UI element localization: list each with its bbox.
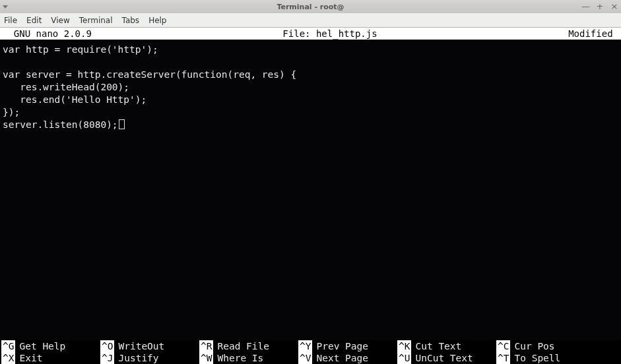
- nano-version: GNU nano 2.0.9: [3, 28, 92, 39]
- code-line: server.listen(8080);: [3, 119, 118, 130]
- nano-file-label: File: hel_http.js: [92, 28, 568, 39]
- window-title: Terminal - root@: [0, 3, 621, 11]
- shortcut-to-spell[interactable]: ^TTo Spell: [496, 352, 595, 364]
- shortcut-read-file[interactable]: ^RRead File: [199, 340, 298, 352]
- menu-view[interactable]: View: [51, 16, 69, 25]
- menu-edit[interactable]: Edit: [26, 16, 42, 25]
- shortcut-cur-pos[interactable]: ^CCur Pos: [496, 340, 595, 352]
- code-line: res.writeHead(200);: [3, 82, 129, 92]
- code-line: });: [3, 107, 20, 117]
- shortcut-writeout[interactable]: ^OWriteOut: [100, 340, 199, 352]
- shortcut-justify[interactable]: ^JJustify: [100, 352, 199, 364]
- nano-shortcut-bar: ^GGet Help ^OWriteOut ^RRead File ^YPrev…: [0, 340, 621, 364]
- cursor-icon: [119, 119, 125, 129]
- menu-terminal[interactable]: Terminal: [79, 16, 113, 25]
- shortcut-exit[interactable]: ^XExit: [1, 352, 100, 364]
- code-line: res.end('Hello Http');: [3, 94, 147, 105]
- menu-file[interactable]: File: [4, 16, 17, 25]
- nano-editor[interactable]: var http = require('http'); var server =…: [0, 40, 621, 340]
- menu-help[interactable]: Help: [148, 16, 166, 25]
- menu-tabs[interactable]: Tabs: [122, 16, 140, 25]
- code-line: var http = require('http');: [3, 44, 158, 55]
- shortcut-cut-text[interactable]: ^KCut Text: [397, 340, 496, 352]
- shortcut-where-is[interactable]: ^WWhere Is: [199, 352, 298, 364]
- menubar: File Edit View Terminal Tabs Help: [0, 13, 621, 28]
- code-line: var server = http.createServer(function(…: [3, 69, 296, 80]
- shortcut-next-page[interactable]: ^VNext Page: [298, 352, 397, 364]
- shortcut-uncut-text[interactable]: ^UUnCut Text: [397, 352, 496, 364]
- shortcut-get-help[interactable]: ^GGet Help: [1, 340, 100, 352]
- window-titlebar: Terminal - root@ — + ×: [0, 0, 621, 13]
- nano-header: GNU nano 2.0.9 File: hel_http.js Modifie…: [0, 28, 621, 40]
- nano-status: Modified: [568, 28, 618, 39]
- shortcut-prev-page[interactable]: ^YPrev Page: [298, 340, 397, 352]
